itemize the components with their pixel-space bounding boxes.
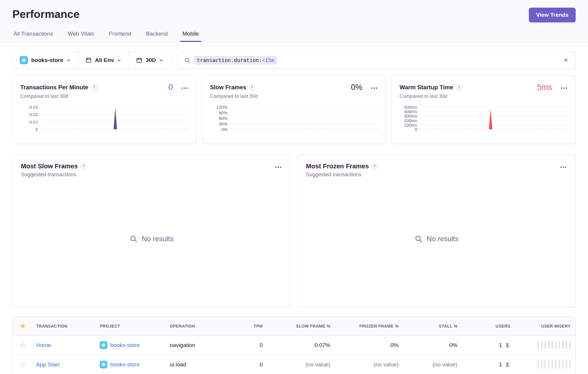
search-filter-token[interactable]: transaction.duration:<15m [194, 56, 276, 64]
transaction-link[interactable]: App Start [36, 361, 59, 368]
column-header-transaction[interactable]: TRANSACTION [31, 318, 95, 334]
help-icon[interactable]: ? [249, 85, 255, 90]
frozen-frame-cell: (no value) [335, 356, 403, 373]
project-selector-label: books-store [31, 57, 63, 63]
stall-cell: (no value) [403, 356, 462, 373]
react-project-icon [20, 56, 28, 64]
environment-icon [85, 57, 92, 63]
empty-state: No results [13, 235, 290, 243]
view-trends-button[interactable]: View Trends [529, 8, 576, 22]
card-title: Most Slow Frames [21, 162, 78, 170]
page-filter-group: books-store All Env 30D [12, 52, 171, 69]
table-row: ☆ Home books-store navigation 0 0.07% 0%… [13, 336, 575, 355]
environment-selector[interactable]: All Env [78, 52, 129, 68]
search-icon [129, 235, 138, 243]
card-value: 0% [351, 83, 362, 92]
slow-frames-sparkline-chart: 120%90%60%30%0% [210, 107, 378, 129]
card-title: Most Frozen Frames [306, 162, 369, 170]
card-subtitle: Compared to last 30d [20, 93, 189, 99]
transactions-table: ★ TRANSACTION PROJECT OPERATION TPM SLOW… [12, 316, 576, 374]
chart-y-axis: 500ms400ms300ms200ms100ms0 [399, 107, 420, 129]
project-link[interactable]: books-store [110, 361, 139, 368]
card-subtitle: Compared to last 30d [399, 93, 568, 99]
column-header-operation[interactable]: OPERATION [165, 318, 231, 334]
search-input[interactable]: transaction.duration:<15m ✕ [178, 52, 576, 69]
transactions-per-minute-card: Transactions Per Minute ? 0 ••• Compared… [12, 75, 196, 144]
search-icon [414, 235, 423, 243]
react-project-icon [100, 341, 107, 349]
search-icon [184, 57, 191, 63]
card-menu-icon[interactable]: ••• [561, 85, 568, 90]
token-value: 15m [265, 57, 274, 63]
slow-frames-card: Slow Frames ? 0% ••• Compared to last 30… [202, 75, 386, 144]
tab-web-vitals[interactable]: Web Vitals [66, 31, 95, 42]
project-link[interactable]: books-store [110, 342, 139, 348]
chart-cards-row: Transactions Per Minute ? 0 ••• Compared… [12, 75, 576, 144]
card-title: Slow Frames [210, 84, 246, 91]
tab-all-transactions[interactable]: All Transactions [12, 31, 54, 42]
tab-frontend[interactable]: Frontend [108, 31, 132, 42]
column-header-project[interactable]: PROJECT [95, 318, 165, 334]
help-icon[interactable]: ? [456, 85, 462, 90]
users-count: 1 [499, 342, 502, 348]
tpm-cell: 0 [231, 356, 267, 373]
chart-y-axis: 0.030.020.010 [20, 107, 41, 129]
help-icon[interactable]: ? [91, 85, 97, 90]
user-misery-bars [520, 360, 571, 368]
chevron-down-icon [117, 58, 121, 63]
most-frozen-frames-card: Most Frozen Frames ? ••• Suggested trans… [297, 155, 576, 308]
help-icon[interactable]: ? [81, 163, 86, 169]
star-icon[interactable]: ☆ [20, 360, 26, 368]
column-header-slow-frame[interactable]: SLOW FRAME % [267, 318, 335, 334]
table-row: ☆ App Start books-store ui.load 0 (no va… [13, 355, 575, 374]
card-menu-icon[interactable]: ••• [371, 85, 378, 90]
tab-backend[interactable]: Backend [145, 31, 169, 42]
clear-search-icon[interactable]: ✕ [562, 56, 569, 65]
chevron-down-icon [66, 58, 71, 63]
slow-frame-cell: (no value) [267, 356, 335, 373]
page-title: Performance [12, 8, 576, 21]
column-header-user-misery[interactable]: USER MISERY [515, 318, 575, 334]
star-icon[interactable]: ☆ [20, 341, 26, 349]
user-icon [504, 362, 510, 368]
users-count: 1 [499, 361, 502, 368]
stall-cell: 0% [403, 336, 462, 354]
tab-mobile[interactable]: Mobile [181, 31, 200, 42]
filter-row: books-store All Env 30D transaction.dura… [12, 52, 576, 69]
card-value: 5ms [537, 83, 552, 92]
card-menu-icon[interactable]: ••• [560, 164, 567, 169]
key-transactions-star-icon[interactable]: ★ [20, 322, 26, 330]
column-header-tpm[interactable]: TPM [231, 318, 267, 334]
slow-frame-cell: 0.07% [267, 336, 335, 354]
project-selector[interactable]: books-store [13, 52, 78, 68]
transaction-link[interactable]: Home [36, 342, 51, 348]
operation-cell: ui.load [165, 356, 231, 373]
tpm-sparkline-chart: 0.030.020.010 [20, 107, 189, 129]
most-slow-frames-card: Most Slow Frames ? ••• Suggested transac… [12, 155, 291, 308]
calendar-icon [136, 57, 142, 63]
table-header-row: ★ TRANSACTION PROJECT OPERATION TPM SLOW… [13, 317, 575, 336]
card-menu-icon[interactable]: ••• [275, 164, 282, 169]
card-title: Transactions Per Minute [20, 84, 88, 91]
react-project-icon [100, 361, 107, 368]
chart-y-axis: 120%90%60%30%0% [210, 107, 231, 129]
column-header-users[interactable]: USERS [462, 318, 515, 334]
empty-state: No results [298, 235, 575, 243]
column-header-stall[interactable]: STALL % [403, 318, 462, 334]
date-range-selector[interactable]: 30D [129, 52, 171, 68]
user-misery-bars [520, 341, 571, 349]
help-icon[interactable]: ? [372, 163, 378, 169]
card-subtitle: Suggested transactions [21, 172, 282, 178]
card-menu-icon[interactable]: ••• [181, 85, 188, 90]
column-header-frozen-frame[interactable]: FROZEN FRAME % [335, 318, 403, 334]
chart-plot [231, 107, 378, 129]
tpm-cell: 0 [231, 336, 267, 354]
card-subtitle: Compared to last 30d [210, 93, 378, 99]
token-key: transaction.duration: [197, 57, 262, 63]
page-header: Performance View Trends All Transactions… [0, 0, 588, 42]
suggestion-cards-row: Most Slow Frames ? ••• Suggested transac… [12, 155, 576, 308]
chart-plot [420, 107, 568, 129]
card-title: Warm Startup Time [399, 84, 453, 91]
empty-state-text: No results [142, 235, 174, 243]
main-content: books-store All Env 30D transaction.dura… [0, 42, 588, 374]
